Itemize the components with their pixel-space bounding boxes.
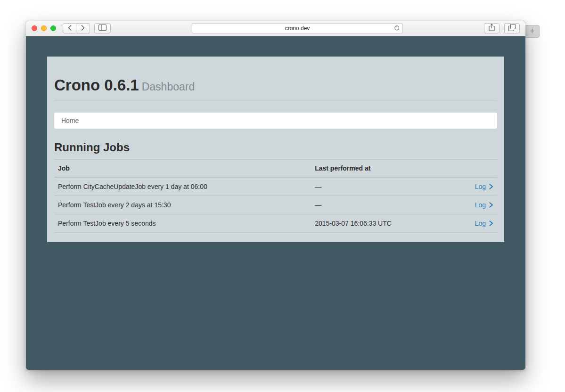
table-header-row: Job Last performed at xyxy=(54,160,497,178)
tab-overview-icon xyxy=(508,24,516,33)
minimize-window-button[interactable] xyxy=(41,25,47,31)
reload-icon xyxy=(393,25,400,33)
zoom-window-button[interactable] xyxy=(50,25,56,31)
job-cell: Perform CityCacheUpdateJob every 1 day a… xyxy=(54,177,311,196)
breadcrumb: Home xyxy=(54,113,497,129)
section-title: Running Jobs xyxy=(54,141,497,154)
log-link[interactable]: Log xyxy=(475,220,493,227)
log-link[interactable]: Log xyxy=(475,201,493,209)
chevron-left-icon xyxy=(68,24,72,33)
web-page: Crono 0.6.1Dashboard Home Running Jobs J… xyxy=(26,36,525,369)
log-cell: Log xyxy=(431,177,497,196)
address-bar-url: crono.dev xyxy=(285,25,310,32)
chevron-right-icon xyxy=(489,202,493,208)
header-log xyxy=(431,160,497,178)
chevron-right-icon xyxy=(489,184,493,189)
back-button[interactable] xyxy=(63,23,76,33)
sidebar-toggle-button[interactable] xyxy=(94,23,111,33)
header-job: Job xyxy=(54,160,311,178)
breadcrumb-item-home: Home xyxy=(61,117,490,124)
close-window-button[interactable] xyxy=(32,25,37,31)
log-cell: Log xyxy=(431,196,497,214)
dashboard-card: Crono 0.6.1Dashboard Home Running Jobs J… xyxy=(47,57,504,242)
browser-window: + crono.dev xyxy=(26,21,525,370)
browser-toolbar: crono.dev xyxy=(26,21,525,36)
last-performed-cell: — xyxy=(311,177,431,196)
running-jobs-table: Job Last performed at Perform CityCacheU… xyxy=(54,159,497,233)
last-performed-cell: 2015-03-07 16:06:33 UTC xyxy=(311,214,431,233)
job-cell: Perform TestJob every 5 seconds xyxy=(54,214,311,233)
sidebar-icon xyxy=(98,24,106,33)
header-last-performed: Last performed at xyxy=(311,160,431,178)
nav-buttons xyxy=(63,23,90,33)
plus-icon: + xyxy=(530,26,535,36)
table-row: Perform TestJob every 2 days at 15:30 — … xyxy=(54,196,497,214)
table-row: Perform CityCacheUpdateJob every 1 day a… xyxy=(54,177,497,196)
chevron-right-icon xyxy=(489,220,493,226)
job-cell: Perform TestJob every 2 days at 15:30 xyxy=(54,196,311,214)
tab-overview-button[interactable] xyxy=(504,23,520,33)
forward-button[interactable] xyxy=(76,23,90,33)
log-link[interactable]: Log xyxy=(475,183,493,190)
page-title: Crono 0.6.1Dashboard xyxy=(54,76,497,94)
last-performed-cell: — xyxy=(311,196,431,214)
address-bar[interactable]: crono.dev xyxy=(192,23,403,33)
page-header: Crono 0.6.1Dashboard xyxy=(54,57,497,100)
traffic-lights xyxy=(32,25,56,31)
share-button[interactable] xyxy=(484,23,499,33)
log-cell: Log xyxy=(431,214,497,233)
table-row: Perform TestJob every 5 seconds 2015-03-… xyxy=(54,214,497,233)
new-tab-button[interactable]: + xyxy=(525,25,540,38)
share-icon xyxy=(489,24,495,33)
chevron-right-icon xyxy=(81,24,85,33)
page-subtitle: Dashboard xyxy=(142,81,195,93)
reload-button[interactable] xyxy=(393,25,400,33)
